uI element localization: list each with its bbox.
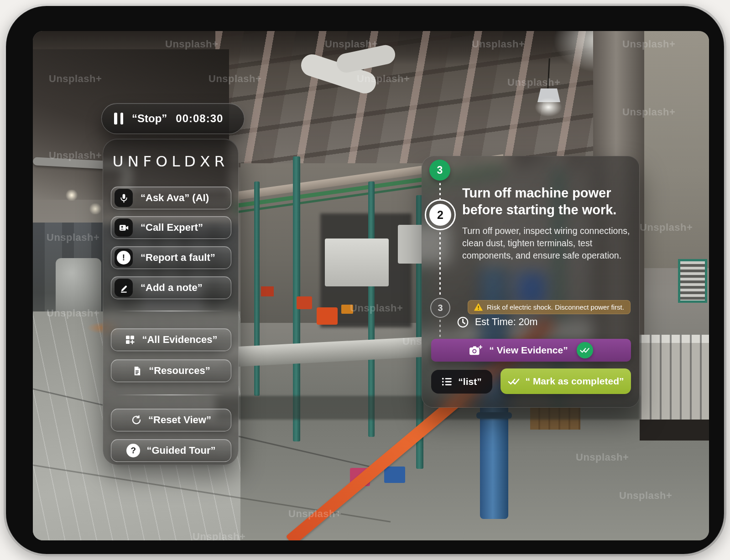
est-time: Est Time: 20m — [457, 316, 537, 328]
unsplash-watermark: Unsplash+ — [619, 490, 672, 502]
unsplash-watermark: Unsplash+ — [576, 451, 629, 463]
resources-button[interactable]: “Resources” — [111, 359, 231, 382]
unsplash-watermark: Unsplash+ — [49, 73, 102, 85]
tablet-bezel: Unsplash+Unsplash+Unsplash+Unsplash+Unsp… — [6, 6, 724, 554]
brand-logo: UNFOLDXR — [103, 153, 238, 170]
list-button[interactable]: “list” — [431, 370, 492, 394]
list-label: “list” — [458, 376, 481, 387]
task-description: Turn off power, inspect wiring connectio… — [462, 225, 643, 262]
report-fault-icon: ! — [115, 249, 133, 267]
microphone-icon — [115, 189, 133, 207]
sidebar-divider — [117, 394, 225, 395]
step-indicator-done: 3 — [429, 160, 450, 181]
unsplash-watermark: Unsplash+ — [325, 38, 378, 50]
call-expert-button[interactable]: “Call Expert” — [111, 216, 231, 239]
task-title: Turn off machine power before starting t… — [462, 185, 636, 218]
resources-icon — [132, 366, 142, 376]
call-expert-label: “Call Expert” — [141, 222, 203, 233]
unsplash-watermark: Unsplash+ — [47, 307, 99, 319]
ask-ava-button[interactable]: “Ask Ava” (AI) — [111, 187, 231, 209]
unsplash-watermark: Unsplash+ — [622, 38, 675, 50]
add-note-label: “Add a note” — [141, 282, 203, 294]
unsplash-watermark: Unsplash+ — [288, 508, 341, 520]
warning-text: Risk of electric shock. Disconnect power… — [487, 303, 624, 311]
camera-plus-icon — [469, 345, 482, 356]
guided-tour-button[interactable]: ? “Guided Tour” — [111, 439, 231, 462]
warning-badge: Risk of electric shock. Disconnect power… — [468, 300, 631, 314]
add-note-button[interactable]: “Add a note” — [111, 276, 231, 299]
list-icon — [442, 377, 453, 386]
pause-icon[interactable] — [114, 113, 123, 124]
guided-tour-label: “Guided Tour” — [146, 445, 215, 456]
unsplash-watermark: Unsplash+ — [193, 531, 245, 540]
warning-triangle-icon — [474, 303, 483, 311]
page-background: Unsplash+Unsplash+Unsplash+Unsplash+Unsp… — [0, 0, 730, 560]
reset-view-button[interactable]: “Reset View” — [111, 409, 231, 431]
sidebar-divider — [117, 311, 225, 311]
resources-label: “Resources” — [149, 365, 210, 377]
unsplash-watermark: Unsplash+ — [350, 302, 403, 314]
mark-completed-button[interactable]: “ Mark as completed” — [501, 368, 631, 394]
unsplash-watermark: Unsplash+ — [209, 73, 261, 85]
mark-completed-label: “ Mark as completed” — [526, 376, 624, 387]
session-timer: 00:08:30 — [176, 112, 223, 125]
evidence-captured-check-icon — [577, 342, 593, 358]
double-check-icon — [508, 378, 520, 385]
task-card: 3 2 3 Turn off machine power before star… — [422, 156, 640, 408]
est-time-text: Est Time: 20m — [475, 316, 537, 328]
report-fault-label: “Report a fault” — [141, 252, 215, 264]
unsplash-watermark: Unsplash+ — [640, 222, 693, 233]
clock-icon — [457, 316, 469, 328]
step-indicator-current: 2 — [429, 204, 451, 226]
screen: Unsplash+Unsplash+Unsplash+Unsplash+Unsp… — [33, 31, 709, 540]
session-pill[interactable]: “Stop” 00:08:30 — [101, 103, 245, 134]
view-evidence-button[interactable]: “ View Evidence” — [431, 339, 631, 362]
sidebar-panel: UNFOLDXR “Ask Ava” (AI) “Call Expert” ! … — [103, 139, 239, 465]
unsplash-watermark: Unsplash+ — [165, 38, 218, 50]
reset-view-icon — [131, 415, 142, 425]
report-fault-button[interactable]: ! “Report a fault” — [111, 246, 231, 269]
all-evidences-label: “All Evidences” — [142, 334, 217, 346]
unsplash-watermark: Unsplash+ — [507, 77, 560, 88]
all-evidences-button[interactable]: “All Evidences” — [111, 328, 231, 351]
view-evidence-label: “ View Evidence” — [489, 345, 568, 356]
add-note-icon — [115, 279, 133, 297]
step-indicator-next: 3 — [430, 298, 450, 318]
unsplash-watermark: Unsplash+ — [622, 106, 675, 118]
guided-tour-icon: ? — [126, 444, 140, 457]
unsplash-watermark: Unsplash+ — [47, 232, 99, 244]
reset-view-label: “Reset View” — [148, 414, 211, 426]
step-connector — [439, 232, 441, 296]
all-evidences-icon — [125, 334, 136, 345]
stop-voice-label: “Stop” — [132, 112, 167, 125]
unsplash-watermark: Unsplash+ — [357, 73, 410, 85]
unsplash-watermark: Unsplash+ — [472, 38, 525, 50]
unsplash-watermark: Unsplash+ — [49, 150, 102, 161]
video-camera-icon — [115, 218, 133, 237]
tablet-frame: Unsplash+Unsplash+Unsplash+Unsplash+Unsp… — [4, 4, 726, 556]
ask-ava-label: “Ask Ava” (AI) — [141, 192, 209, 204]
step-connector — [439, 320, 441, 337]
